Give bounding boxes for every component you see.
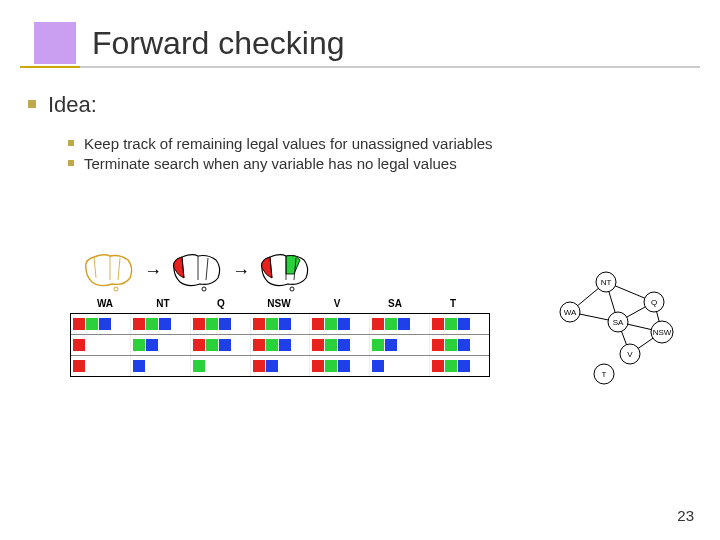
color-square-green bbox=[325, 339, 337, 351]
color-square-blue bbox=[385, 339, 397, 351]
graph-node-label: Q bbox=[651, 298, 657, 307]
color-square-red bbox=[432, 360, 444, 372]
color-square-red bbox=[133, 318, 145, 330]
color-square-red bbox=[253, 339, 265, 351]
color-square-red bbox=[193, 339, 205, 351]
color-square-blue bbox=[99, 318, 111, 330]
color-square-blue bbox=[146, 339, 158, 351]
domain-cell bbox=[370, 335, 430, 355]
slide-title: Forward checking bbox=[92, 25, 345, 62]
color-square-green bbox=[325, 318, 337, 330]
constraint-graph: NT WA Q SA NSW V T bbox=[544, 268, 684, 388]
color-square-green bbox=[445, 318, 457, 330]
title-accent-square bbox=[34, 22, 76, 64]
map-australia-1 bbox=[80, 250, 138, 292]
color-square-blue bbox=[219, 339, 231, 351]
bullet-level1-text: Idea: bbox=[48, 92, 97, 118]
color-square-blue bbox=[458, 360, 470, 372]
color-square-red bbox=[73, 360, 85, 372]
arrow-icon: → bbox=[232, 261, 250, 282]
color-square-green bbox=[206, 318, 218, 330]
graph-node-label: NT bbox=[601, 278, 612, 287]
graph-node-label: T bbox=[602, 370, 607, 379]
graph-node-label: NSW bbox=[653, 328, 672, 337]
color-square-red bbox=[432, 318, 444, 330]
domain-cell bbox=[310, 314, 370, 334]
color-square-green bbox=[372, 339, 384, 351]
graph-node-label: WA bbox=[564, 308, 577, 317]
color-square-red bbox=[253, 318, 265, 330]
color-square-blue bbox=[266, 360, 278, 372]
domain-cell bbox=[251, 356, 311, 376]
svg-point-1 bbox=[202, 287, 206, 291]
color-square-red bbox=[253, 360, 265, 372]
color-square-red bbox=[312, 339, 324, 351]
title-bar: Forward checking bbox=[0, 20, 700, 66]
col-header: Q bbox=[192, 298, 250, 309]
color-square-red bbox=[312, 360, 324, 372]
table-row bbox=[71, 314, 489, 335]
domain-cell bbox=[131, 335, 191, 355]
color-square-green bbox=[266, 339, 278, 351]
svg-point-0 bbox=[114, 287, 118, 291]
color-square-green bbox=[193, 360, 205, 372]
domain-cell bbox=[191, 314, 251, 334]
col-header: V bbox=[308, 298, 366, 309]
title-underline bbox=[20, 66, 700, 68]
col-header: WA bbox=[76, 298, 134, 309]
color-square-blue bbox=[338, 360, 350, 372]
color-square-red bbox=[312, 318, 324, 330]
graph-node-label: V bbox=[627, 350, 633, 359]
svg-point-2 bbox=[290, 287, 294, 291]
color-square-blue bbox=[338, 339, 350, 351]
col-header: T bbox=[424, 298, 482, 309]
content-area: Idea: Keep track of remaining legal valu… bbox=[28, 92, 692, 175]
domain-cell bbox=[430, 314, 489, 334]
color-square-blue bbox=[372, 360, 384, 372]
color-square-red bbox=[193, 318, 205, 330]
color-square-blue bbox=[159, 318, 171, 330]
domain-cell bbox=[131, 356, 191, 376]
color-square-green bbox=[86, 318, 98, 330]
domain-cell bbox=[71, 314, 131, 334]
graph-node-label: SA bbox=[613, 318, 624, 327]
table-row bbox=[71, 356, 489, 376]
domain-cell bbox=[71, 356, 131, 376]
domain-table bbox=[70, 313, 490, 377]
color-square-green bbox=[385, 318, 397, 330]
bullet-level2-text: Keep track of remaining legal values for… bbox=[84, 134, 493, 154]
color-square-red bbox=[432, 339, 444, 351]
color-square-blue bbox=[398, 318, 410, 330]
map-australia-3 bbox=[256, 250, 314, 292]
col-header: NSW bbox=[250, 298, 308, 309]
color-square-red bbox=[372, 318, 384, 330]
color-square-green bbox=[445, 360, 457, 372]
color-square-green bbox=[445, 339, 457, 351]
color-square-blue bbox=[133, 360, 145, 372]
color-square-blue bbox=[279, 318, 291, 330]
domain-cell bbox=[131, 314, 191, 334]
bullet-icon bbox=[68, 140, 74, 146]
color-square-green bbox=[266, 318, 278, 330]
color-square-green bbox=[325, 360, 337, 372]
bullet-icon bbox=[68, 160, 74, 166]
bullet-icon bbox=[28, 100, 36, 108]
domain-cell bbox=[310, 356, 370, 376]
color-square-blue bbox=[458, 318, 470, 330]
bullet-level2-row: Terminate search when any variable has n… bbox=[68, 154, 692, 174]
domain-cell bbox=[71, 335, 131, 355]
color-square-blue bbox=[458, 339, 470, 351]
bullet-level2-text: Terminate search when any variable has n… bbox=[84, 154, 457, 174]
domain-cell bbox=[370, 314, 430, 334]
domain-cell bbox=[430, 335, 489, 355]
domain-cell bbox=[191, 335, 251, 355]
bullet-level2-row: Keep track of remaining legal values for… bbox=[68, 134, 692, 154]
domain-cell bbox=[370, 356, 430, 376]
color-square-red bbox=[73, 318, 85, 330]
color-square-blue bbox=[219, 318, 231, 330]
color-square-green bbox=[133, 339, 145, 351]
domain-cell bbox=[191, 356, 251, 376]
domain-cell bbox=[310, 335, 370, 355]
domain-cell bbox=[251, 314, 311, 334]
col-header: SA bbox=[366, 298, 424, 309]
